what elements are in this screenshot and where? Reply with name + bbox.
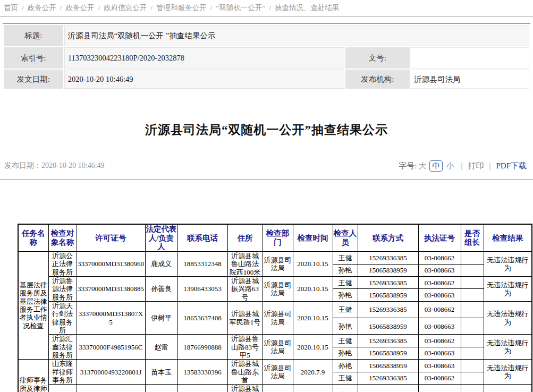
- inspector-name-cell: 王健: [333, 301, 358, 318]
- address-cell: 沂源县城军民路1号: [227, 301, 263, 334]
- inspector-contact-cell: 15269336385: [358, 372, 418, 385]
- breadcrumb-item-6[interactable]: 抽查情况、查处结果: [275, 4, 340, 12]
- header-license: 许可证号: [77, 224, 145, 252]
- breadcrumb-separator: /: [150, 4, 153, 12]
- toolbar-divider: |: [489, 161, 490, 171]
- dept-cell: 沂源县司法局: [263, 301, 293, 334]
- task-cell: 律师事务所及律师执业情况检查: [18, 360, 48, 392]
- dept-cell: 沂源县司法局: [263, 335, 293, 360]
- breadcrumb-item-5[interactable]: “双随机一公开”: [216, 4, 265, 12]
- org-cell: 沂源公正法律服务所: [48, 252, 77, 277]
- publish-date-label: 发布日期：: [4, 161, 41, 169]
- breadcrumb-item-2[interactable]: 政务公开: [66, 4, 95, 12]
- content-divider: [0, 179, 533, 180]
- inspection-results-table: 任务名称 检查对象名称 许可证号 法定代表人/负责人 联系电话 住所 检查部门 …: [18, 224, 532, 392]
- address-cell: 沂源县城历山路49号沂源商务大厦B座16楼: [227, 385, 263, 392]
- toolbar-divider: |: [461, 161, 462, 171]
- result-cell: 无违法违规行为: [484, 301, 532, 334]
- date-cell: 2020.10.15: [293, 252, 333, 277]
- inspector-cert-cell: 03-008663: [418, 264, 461, 277]
- header-contact: 联系方式: [358, 224, 418, 252]
- date-cell: 2020.10.15: [293, 277, 333, 302]
- font-size-medium-button[interactable]: 中: [429, 160, 443, 172]
- dept-cell: 沂源县司法局: [263, 277, 293, 302]
- phone-cell: 13583330396: [177, 360, 227, 385]
- date-cell: 2020.10.15: [293, 301, 333, 334]
- font-size-small-button[interactable]: 小: [446, 161, 454, 171]
- phone-cell: 18766990888: [177, 335, 227, 360]
- inspector-cert-cell: 03-008663: [418, 289, 461, 302]
- inspector-cert-cell: 03-008663: [418, 360, 461, 372]
- header-org: 检查对象名称: [48, 224, 77, 252]
- header-date: 检查时间: [293, 224, 333, 252]
- header-phone: 联系电话: [177, 224, 227, 252]
- pdf-download-button[interactable]: PDF下载: [496, 161, 527, 171]
- inspector-cert-cell: 03-008662: [418, 301, 461, 318]
- inspector-contact-cell: 15269336385: [358, 252, 418, 264]
- inspector-contact-cell: 15269336385: [358, 277, 418, 289]
- breadcrumb-item-4[interactable]: 管理和服务公开: [156, 4, 207, 12]
- header-address: 住所: [227, 224, 263, 252]
- print-button[interactable]: 打印: [468, 161, 484, 171]
- org-cell: 沂源鲁源法律服务所: [48, 277, 77, 302]
- inspector-name-cell: 王健: [333, 277, 358, 289]
- header-legal-rep: 法定代表人/负责人: [145, 224, 177, 252]
- breadcrumb-item-home[interactable]: 首页: [4, 4, 18, 12]
- breadcrumb-separator: /: [98, 4, 100, 12]
- leader-cell: [461, 385, 484, 392]
- header-inspector: 检查人员: [333, 224, 358, 252]
- inspector-name-cell: 王健: [333, 372, 358, 385]
- date-cell: 2020.10.15: [293, 335, 333, 360]
- table-row: 律师事务所及律师执业情况检查 山东隆祥律师事务所 313700004932208…: [18, 360, 532, 372]
- inspector-contact-cell: 15065838959: [358, 385, 418, 392]
- leader-cell: [461, 318, 484, 335]
- address-cell: 沂源县城振兴路63号: [227, 277, 263, 302]
- inspector-cert-cell: 03-008662: [418, 335, 461, 347]
- address-cell: 沂源县鲁山路83号甲5: [227, 335, 263, 360]
- legal-rep-cell: 伊树平: [145, 301, 177, 334]
- phone-cell: 18653637408: [177, 301, 227, 334]
- font-size-large-button[interactable]: 大: [418, 161, 426, 171]
- table-row: 山东民意律师事务所 31370000493219923R 宋志民 1357335…: [18, 385, 532, 392]
- phone-cell: 18853312348: [177, 252, 227, 277]
- license-cell: 31370000493219923R: [77, 385, 145, 392]
- result-cell: 无违法违规行为: [484, 335, 532, 360]
- leader-cell: [461, 372, 484, 385]
- document-meta-table: 标题: 沂源县司法局“双随机一公开 ”抽查结果公示 索引号: 113703230…: [3, 23, 530, 90]
- table-row: 沂源汇鑫法律服务所 33370000F49851956C 赵雷 18766990…: [18, 335, 532, 347]
- table-row: 基层法律服务所及基层法律服务工作者执业情况检查 沂源公正法律服务所 333700…: [18, 252, 532, 264]
- org-cell: 山东隆祥律师事务所: [48, 360, 77, 385]
- legal-rep-cell: 赵雷: [145, 335, 177, 360]
- inspector-cert-cell: 03-008662: [418, 277, 461, 289]
- meta-index-value: 11370323004223180P/2020-2032878: [64, 47, 344, 69]
- inspector-contact-cell: 15065838959: [358, 318, 418, 335]
- inspector-contact-cell: 15269336385: [358, 301, 418, 318]
- breadcrumb-separator: /: [210, 4, 213, 12]
- address-cell: 沂源县城鲁山路东首: [227, 360, 263, 385]
- header-leader: 是否组长: [461, 224, 484, 252]
- breadcrumb-item-1[interactable]: 政务公开: [28, 4, 56, 12]
- publish-date: 发布日期：2020-10-20 10:46:49: [4, 161, 105, 171]
- result-cell: 无违法违规行为: [484, 360, 532, 385]
- license-cell: 33370000MD31380885: [77, 277, 145, 302]
- meta-date-value: 2020-10-20 10:46:49: [64, 70, 344, 89]
- license-cell: 33370000MD313807X5: [77, 301, 145, 334]
- leader-cell: [461, 277, 484, 289]
- task-cell: 基层法律服务所及基层法律服务工作者执业情况检查: [18, 252, 48, 360]
- meta-agency-value: 沂源县司法局: [411, 70, 529, 89]
- leader-cell: [461, 289, 484, 302]
- meta-docnum-label: 文号:: [345, 47, 410, 69]
- inspector-contact-cell: 15065838959: [358, 264, 418, 277]
- inspector-contact-cell: 15065838959: [358, 289, 418, 302]
- inspector-name-cell: 孙艳: [333, 385, 358, 392]
- org-cell: 沂源天行剑法律服务所: [48, 301, 77, 334]
- header-cert: 执法证号: [418, 224, 461, 252]
- inspector-cert-cell: 03-008663: [418, 347, 461, 360]
- meta-date-label: 发文日期:: [4, 70, 63, 89]
- dept-cell: 沂源县司法局: [263, 385, 293, 392]
- breadcrumb-separator: /: [60, 4, 62, 12]
- leader-cell: [461, 335, 484, 347]
- table-row: 沂源鲁源法律服务所 33370000MD31380885 孙善良 1390643…: [18, 277, 532, 289]
- breadcrumb-item-3[interactable]: 政府信息公开: [104, 4, 147, 12]
- meta-agency-label: 发布机构:: [345, 70, 410, 89]
